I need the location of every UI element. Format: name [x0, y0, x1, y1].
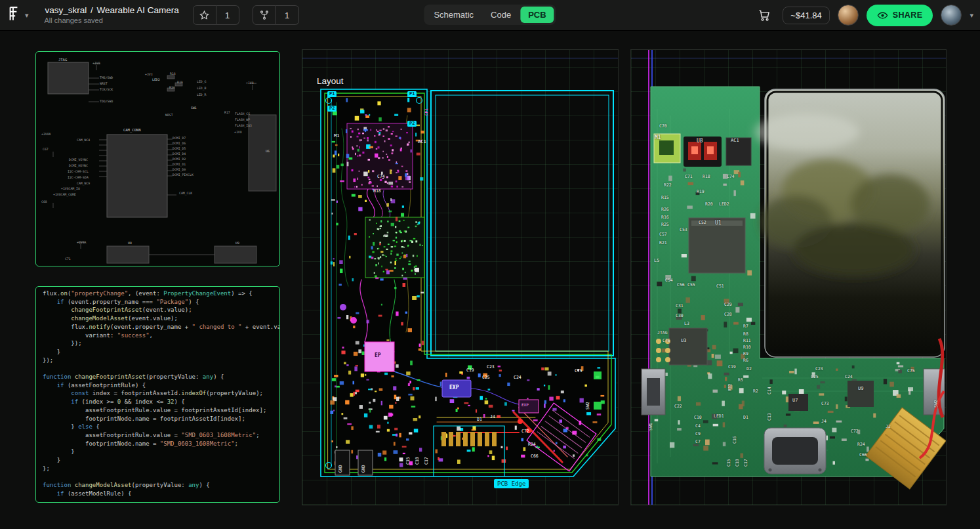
- schematic-drawing: [36, 52, 279, 266]
- pcb-edge-tag[interactable]: PCB Edge: [494, 479, 529, 488]
- project-name: Wearable AI Camera: [96, 5, 180, 15]
- bom-price[interactable]: ~$41.84: [783, 7, 829, 24]
- fork-button[interactable]: [253, 5, 276, 25]
- chip-ac1: [726, 138, 751, 165]
- header: ▾ vasy_skral / Wearable AI Camera All ch…: [0, 0, 980, 31]
- breadcrumb-separator: /: [90, 5, 94, 15]
- pcb-layout-canvas[interactable]: Layout P1P2P1P2CP1M1AC1C74R18EPEXPEXPGND…: [302, 49, 619, 505]
- save-status: All changes saved: [45, 16, 180, 25]
- exp-connector: [442, 380, 471, 397]
- camera-module-outline: [431, 91, 613, 356]
- account-chevron-down-icon[interactable]: ▾: [970, 11, 973, 20]
- schematic-preview-panel[interactable]: JTAG+1V8TMS/SWDNRSTTCK/SCKTDO/SWO+3V3LED…: [35, 51, 280, 266]
- app-root: ▾ vasy_skral / Wearable AI Camera All ch…: [0, 0, 980, 529]
- star-icon: [199, 10, 210, 21]
- fork-icon: [259, 10, 270, 20]
- user-avatar[interactable]: [941, 5, 962, 26]
- chip-u7: [788, 394, 808, 411]
- view-mode-tab[interactable]: PCB: [520, 7, 554, 23]
- eye-icon: [877, 10, 888, 21]
- share-button[interactable]: SHARE: [867, 5, 933, 26]
- ep-pad: [365, 342, 394, 371]
- pcb-layout-drawing: [302, 50, 618, 505]
- code-preview-panel[interactable]: flux.on("propertyChange", (event: Proper…: [35, 286, 280, 503]
- logo-chevron-down-icon: ▾: [25, 11, 29, 20]
- fork-count: 1: [276, 5, 299, 25]
- star-count: 1: [216, 5, 239, 25]
- share-button-label: SHARE: [893, 11, 923, 20]
- star-button[interactable]: [193, 5, 216, 25]
- chip-u3: [669, 328, 707, 365]
- collaborator-avatar[interactable]: [838, 5, 859, 26]
- flux-logo[interactable]: ▾: [5, 5, 29, 25]
- usb-c-connector: [764, 428, 826, 474]
- cart-icon: [758, 9, 771, 22]
- view-mode-tab[interactable]: Code: [483, 7, 519, 23]
- layout-view-title: Layout: [317, 76, 344, 86]
- code-editor: flux.on("propertyChange", (event: Proper…: [43, 289, 279, 502]
- exp-connector-small: [519, 400, 539, 413]
- cart-button[interactable]: [754, 8, 775, 22]
- fork-control: 1: [253, 5, 299, 25]
- project-title[interactable]: vasy_skral / Wearable AI Camera: [45, 5, 180, 16]
- chip-u9: [847, 381, 874, 407]
- star-control: 1: [193, 5, 239, 25]
- flux-logo-icon: [5, 5, 22, 25]
- chip-u1: [689, 218, 745, 273]
- view-mode-tab[interactable]: Schematic: [426, 7, 481, 23]
- pcb-3d-canvas[interactable]: C70M1U8AC1C71R18C74R22R19R15R20LED2R26R1…: [630, 49, 947, 505]
- gnd-pad: [335, 450, 350, 475]
- pcb-3d-render: [631, 50, 946, 505]
- gnd-pad: [358, 450, 373, 475]
- project-owner: vasy_skral: [45, 5, 88, 15]
- view-mode-tabs: SchematicCodePCB: [424, 5, 556, 25]
